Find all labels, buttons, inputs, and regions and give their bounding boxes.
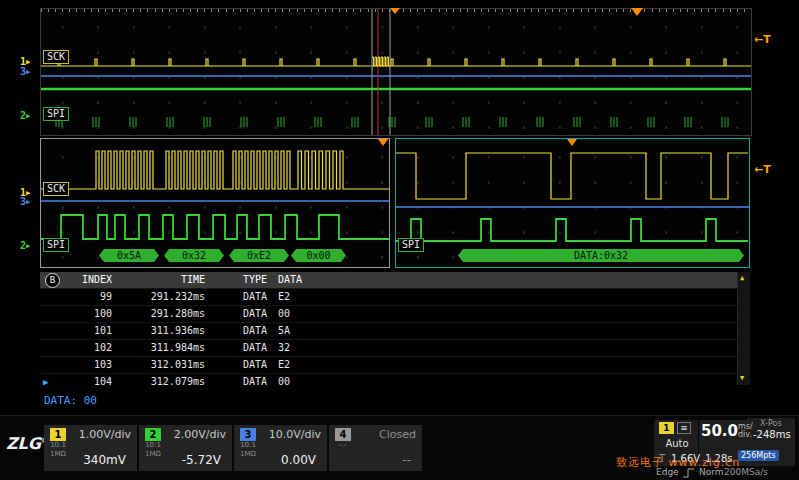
table-header: INDEX TIME TYPE DATA B [40,272,750,288]
probe-ratio: 10:1 [145,441,161,450]
table-row[interactable]: 99291.232msDATAE2 [40,288,750,305]
selected-row-arrow-icon: ▶ [43,374,48,390]
input-impedance: 1MΩ [145,450,161,459]
right-arrow-icon: ▶ [26,68,30,76]
sck-bus-label: SCK [43,182,69,196]
xpos-value[interactable]: -248ms [753,429,791,440]
table-row[interactable]: 100291.280msDATA00 [40,305,750,322]
decode-bus-label: 0xE2 [229,249,289,262]
spi-bus-label: SPI [43,107,69,121]
cell-data: 5A [278,323,750,339]
channel-offset: -5.72V [182,453,226,467]
trigger-mode[interactable]: Auto [656,438,698,449]
channel-offset: 0.00V [281,453,321,467]
decode-bus-label: 0x00 [291,249,346,262]
trigger-source-badge[interactable]: 1 [659,422,674,434]
decode-bus-label: 0x5A [99,249,159,262]
cell-time: 312.031ms [112,357,205,373]
ch2-position-marker[interactable]: 2▶ [20,110,30,121]
oscilloscope-screen: SCK SPI 1▶ 3▶ 2▶ ←T SCK SPI 0x5A0x320xE2… [0,0,799,480]
cell-type: DATA [205,306,278,322]
xpos-marker-icon[interactable] [631,8,643,16]
channel-1-box[interactable]: 110:11MΩ1.00V/div340mV [44,425,137,471]
cell-data: E2 [278,357,750,373]
channel-badge: 3 [240,428,256,441]
display-icon: ≡ [677,422,691,434]
volts-per-div: 1.00V/div [79,428,131,441]
sck-bus-label: SCK [43,50,69,64]
main-waveforms [41,9,751,135]
main-waveform-window[interactable]: SCK SPI [40,8,752,136]
input-impedance: 1MΩ [50,450,66,459]
cell-data: 00 [278,306,750,322]
volts-per-div: Closed [379,428,416,441]
cell-index: 101 [40,323,112,339]
cell-type: DATA [205,357,278,373]
decode-bus-label: 0x32 [164,249,224,262]
cell-index: 100 [40,306,112,322]
ch3-position-marker[interactable]: 3▶ [20,196,30,207]
scroll-down-icon[interactable]: ▼ [740,375,744,382]
channel-4-box[interactable]: 4-.-Closed-- [329,425,422,471]
zoom-right-waveforms [396,139,749,267]
spi-bus-label: SPI [43,238,69,252]
probe-ratio: -.- [339,441,346,450]
trigger-level-marker[interactable]: ←T [754,163,771,176]
channel-badge: 4 [335,428,351,441]
vendor-watermark: 致远电子 www.zlg.cn [616,455,740,470]
channel-3-box[interactable]: 310:11MΩ10.0V/div0.00V [234,425,327,471]
column-header-type: TYPE [205,272,278,288]
cell-time: 291.232ms [112,289,205,305]
cell-index: 102 [40,340,112,356]
cell-time: 311.984ms [112,340,205,356]
right-arrow-icon: ▶ [26,242,30,250]
ch3-position-marker[interactable]: 3▶ [20,66,30,77]
cell-type: DATA [205,340,278,356]
right-arrow-icon: ▶ [26,198,30,206]
trigger-position-marker-icon[interactable] [390,8,400,14]
zoom-window-left[interactable]: SCK SPI 0x5A0x320xE20x00 [40,138,390,268]
table-body: 99291.232msDATAE2100291.280msDATA0010131… [40,288,750,390]
table-row[interactable]: 101311.936msDATA5A [40,322,750,339]
volts-per-div: 2.00V/div [174,428,226,441]
scroll-up-icon[interactable]: ▲ [740,275,744,282]
zoom-window-right[interactable]: SPI DATA:0x32 [395,138,750,268]
cell-data: E2 [278,289,750,305]
column-header-data: DATA [278,272,750,288]
table-row[interactable]: ▶104312.079msDATA00 [40,373,750,390]
timebase-value[interactable]: 50.0 [701,422,738,440]
zoom-left-trigger-marker-icon [378,139,388,146]
volts-per-div: 10.0V/div [269,428,321,441]
decode-bus-label: DATA:0x32 [458,249,744,262]
channel-offset: 340mV [83,453,131,467]
cell-index: 99 [40,289,112,305]
status-bar: ZLG® 110:11MΩ1.00V/div340mV210:11MΩ2.00V… [0,415,799,480]
table-row[interactable]: 103312.031msDATAE2 [40,356,750,373]
input-impedance: 1MΩ [240,450,256,459]
probe-ratio: 10:1 [240,441,256,450]
xpos-label: X-Pos [760,419,782,428]
spi-bus-label: SPI [398,238,424,252]
cell-data: 32 [278,340,750,356]
memory-depth-badge: 256Mpts [738,450,779,461]
column-header-time: TIME [112,272,205,288]
table-row[interactable]: 102311.984msDATA32 [40,339,750,356]
ch2-position-marker[interactable]: 2▶ [20,240,30,251]
brand-logo: ZLG® [6,434,48,453]
zoom-right-trigger-marker-icon [567,139,577,146]
channel-badge: 1 [50,428,66,441]
table-scrollbar[interactable]: ▲ ▼ [737,272,750,385]
channel-badge: 2 [145,428,161,441]
decode-event-table: INDEX TIME TYPE DATA B 99291.232msDATAE2… [40,272,750,390]
channel-offset: -- [402,453,416,467]
trigger-level-marker[interactable]: ←T [754,33,771,46]
cell-index: 104 [40,374,112,390]
probe-ratio: 10:1 [50,441,66,450]
right-arrow-icon: ▶ [26,112,30,120]
cell-time: 311.936ms [112,323,205,339]
bus-table-icon[interactable]: B [45,273,60,288]
cell-data: 00 [278,374,750,390]
timebase-unit: ms/div. [738,423,753,439]
channel-2-box[interactable]: 210:11MΩ2.00V/div-5.72V [139,425,232,471]
cell-type: DATA [205,323,278,339]
